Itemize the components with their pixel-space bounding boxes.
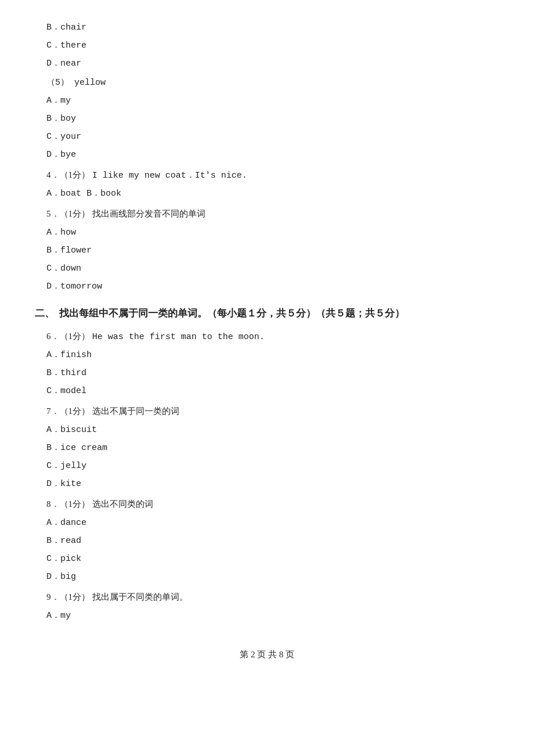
option-line: C．down [35,261,499,276]
option-line: D．tomorrow [35,279,499,294]
question-line: 7．（1分） 选出不属于同一类的词 [35,404,499,420]
option-line: B．third [35,365,499,381]
question-line: 6．（1分） He was the first man to the moon. [35,329,499,345]
option-line: A．how [35,225,499,240]
option-line: D．bye [35,147,499,163]
option-line: A．biscuit [35,422,499,438]
option-line: B．read [35,533,499,549]
option-line: C．model [35,383,499,399]
option-line: C．jelly [35,458,499,474]
option-line: C．there [35,38,499,53]
question-line: 8．（1分） 选出不同类的词 [35,496,499,513]
option-line: C．your [35,129,499,145]
option-line: D．big [35,569,499,585]
page-content: B．chairC．thereD．near（5） yellowA．myB．boyC… [35,20,499,624]
page-footer: 第 2 页 共 8 页 [35,647,499,663]
option-inline-line: A．boat B．book [35,186,499,201]
section-number: 二、 [35,305,55,323]
option-line: C．pick [35,551,499,567]
option-line: B．ice cream [35,440,499,456]
option-line: A．dance [35,515,499,531]
question-line: 5．（1分） 找出画线部分发音不同的单词 [35,206,499,222]
option-line: B．flower [35,243,499,258]
option-line: B．boy [35,111,499,127]
option-line: B．chair [35,20,499,35]
option-line: A．finish [35,347,499,363]
question-line: 9．（1分） 找出属于不同类的单词。 [35,589,499,606]
option-line: A．my [35,93,499,109]
section-header: 二、找出每组中不属于同一类的单词。（每小题１分，共５分）（共５题；共５分） [35,305,499,323]
option-line: D．near [35,56,499,71]
section-title: 找出每组中不属于同一类的单词。（每小题１分，共５分）（共５题；共５分） [59,305,405,323]
question-line: 4．（1分） I like my new coat．It's nice. [35,167,499,183]
option-line: D．kite [35,476,499,492]
sub-question: （5） yellow [46,75,499,91]
option-line: A．my [35,608,499,624]
